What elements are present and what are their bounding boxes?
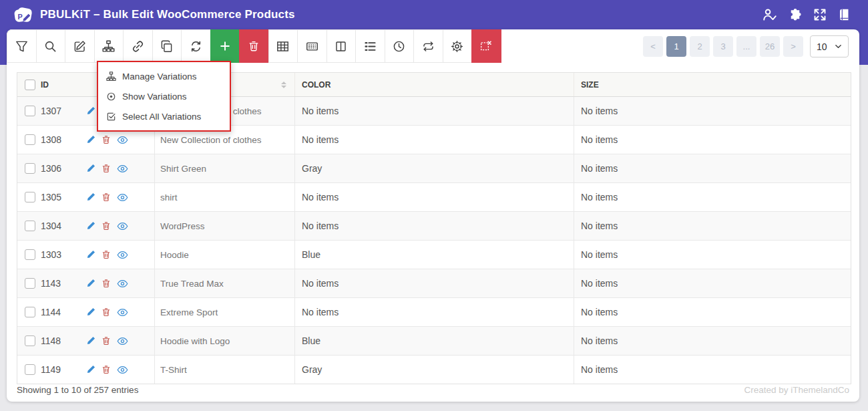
row-checkbox[interactable] — [25, 106, 35, 116]
history-button[interactable] — [385, 29, 415, 63]
menu-item-show-variations[interactable]: Show Variations — [98, 86, 230, 106]
fullscreen-icon[interactable] — [813, 8, 827, 21]
row-checkbox[interactable] — [25, 335, 35, 346]
toolbar: <123...26> 10 — [7, 29, 859, 63]
page-button-26[interactable]: 26 — [760, 36, 780, 57]
column-header-color[interactable]: COLOR — [294, 73, 574, 96]
sitemap-icon — [106, 72, 116, 82]
delete-icon[interactable] — [101, 279, 111, 288]
view-icon[interactable] — [117, 307, 128, 317]
delete-icon[interactable] — [101, 365, 111, 374]
edit-icon[interactable] — [86, 336, 95, 346]
product-color: Blue — [294, 327, 574, 355]
documentation-book-icon[interactable] — [838, 8, 851, 21]
delete-button[interactable] — [239, 29, 269, 63]
product-color: No items — [294, 97, 574, 125]
row-checkbox[interactable] — [25, 278, 35, 289]
view-icon[interactable] — [117, 279, 128, 289]
menu-item-label: Select All Variations — [122, 112, 201, 122]
view-icon[interactable] — [117, 164, 128, 174]
edit-button[interactable] — [65, 29, 95, 63]
row-checkbox[interactable] — [25, 134, 35, 145]
meta-fields-button[interactable] — [297, 29, 327, 63]
delete-icon[interactable] — [101, 192, 111, 202]
app-header: P PBULKiT – Bulk Edit WooCommerce Produc… — [0, 0, 868, 29]
prev-page-button[interactable]: < — [643, 36, 663, 57]
edit-icon[interactable] — [86, 221, 95, 231]
delete-icon[interactable] — [101, 221, 111, 231]
delete-icon[interactable] — [101, 250, 111, 259]
edit-icon[interactable] — [86, 135, 95, 144]
row-checkbox[interactable] — [25, 163, 35, 174]
menu-item-select-all-variations[interactable]: Select All Variations — [98, 106, 230, 126]
chevron-down-icon — [835, 43, 842, 50]
view-icon[interactable] — [117, 250, 128, 260]
clear-selection-button[interactable] — [471, 29, 501, 63]
columns-button[interactable] — [327, 29, 357, 63]
delete-icon[interactable] — [101, 307, 111, 317]
column-header-size[interactable]: SIZE — [574, 73, 851, 96]
view-icon[interactable] — [117, 365, 128, 375]
view-icon[interactable] — [117, 336, 128, 346]
add-button[interactable] — [210, 29, 240, 63]
product-size: No items — [574, 298, 851, 326]
delete-icon[interactable] — [101, 135, 111, 144]
check-square-icon — [106, 112, 116, 122]
filter-button[interactable] — [7, 29, 37, 63]
search-button[interactable] — [36, 29, 66, 63]
edit-icon[interactable] — [86, 365, 95, 374]
table-row: 1303 Hoodie Blue No items — [17, 241, 851, 269]
row-checkbox[interactable] — [25, 192, 35, 202]
edit-icon[interactable] — [86, 250, 95, 259]
settings-button[interactable] — [443, 29, 473, 63]
table-footer: Showing 1 to 10 of 257 entries Created b… — [17, 378, 849, 402]
table-button[interactable] — [268, 29, 298, 63]
product-title: Hoodie — [154, 241, 294, 269]
edit-icon[interactable] — [86, 164, 95, 173]
delete-icon[interactable] — [101, 164, 111, 173]
table-body: 1307 New Collection of clothes No items … — [17, 97, 851, 384]
row-checkbox[interactable] — [25, 221, 35, 231]
row-checkbox[interactable] — [25, 364, 35, 375]
row-checkbox[interactable] — [25, 307, 35, 317]
edit-icon[interactable] — [86, 307, 95, 317]
id-cell: 1143 — [17, 269, 154, 297]
product-id: 1306 — [41, 163, 70, 174]
select-all-checkbox[interactable] — [25, 80, 35, 90]
next-page-button[interactable]: > — [783, 36, 803, 57]
menu-item-label: Manage Variations — [122, 72, 197, 82]
product-id: 1148 — [41, 335, 70, 346]
row-checkbox[interactable] — [25, 249, 35, 260]
user-check-icon[interactable] — [763, 8, 777, 21]
table-row: 1143 True Tread Max No items No items — [17, 269, 851, 298]
product-size: No items — [574, 126, 851, 154]
page-button-2[interactable]: 2 — [690, 36, 710, 57]
list-button[interactable] — [355, 29, 385, 63]
edit-icon[interactable] — [86, 106, 95, 116]
app-logo-icon: P — [13, 5, 33, 24]
plugin-puzzle-icon[interactable] — [789, 8, 802, 21]
table-row: 1144 Extreme Sport No items No items — [17, 298, 851, 327]
id-cell: 1306 — [17, 154, 154, 182]
variations-button[interactable] — [94, 29, 124, 63]
duplicate-button[interactable] — [152, 29, 182, 63]
svg-text:P: P — [17, 13, 22, 21]
view-icon[interactable] — [117, 221, 128, 231]
entries-info: Showing 1 to 10 of 257 entries — [17, 385, 138, 395]
refresh-button[interactable] — [181, 29, 211, 63]
table-row: 1304 WordPress No items No items — [17, 212, 851, 241]
delete-icon[interactable] — [101, 336, 111, 346]
page-button-1[interactable]: 1 — [666, 36, 686, 57]
product-title: Extreme Sport — [154, 298, 294, 326]
link-button[interactable] — [123, 29, 153, 63]
sort-arrows-icon[interactable] — [281, 82, 286, 88]
edit-icon[interactable] — [86, 279, 95, 288]
page-size-select[interactable]: 10 — [810, 35, 849, 57]
edit-icon[interactable] — [86, 192, 95, 202]
id-cell: 1305 — [17, 183, 154, 211]
page-button-3[interactable]: 3 — [713, 36, 733, 57]
view-icon[interactable] — [117, 135, 128, 145]
sync-button[interactable] — [413, 29, 443, 63]
view-icon[interactable] — [117, 192, 128, 202]
menu-item-manage-variations[interactable]: Manage Variations — [98, 66, 230, 86]
